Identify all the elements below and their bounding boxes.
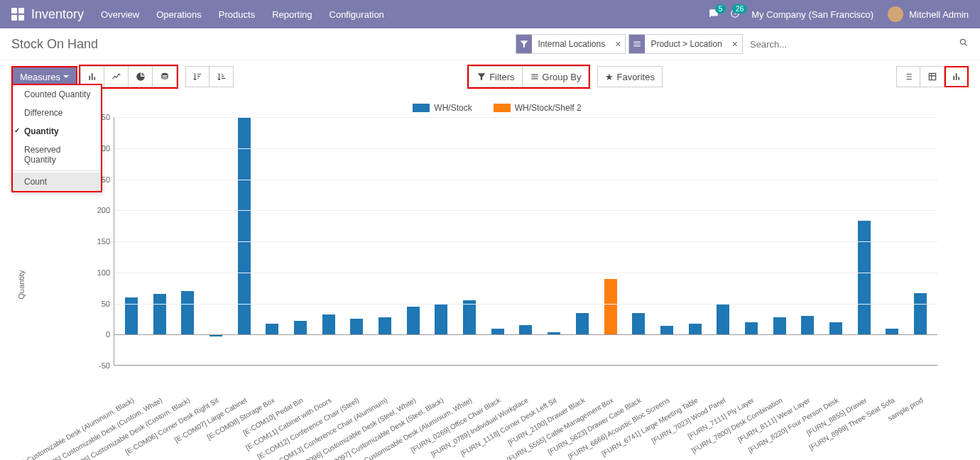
facet-remove-icon[interactable]: × bbox=[728, 38, 742, 50]
bar[interactable] bbox=[322, 314, 335, 334]
bar-slot bbox=[878, 117, 907, 334]
list-icon bbox=[629, 35, 645, 53]
favorites-label: Favorites bbox=[616, 72, 654, 82]
bar[interactable] bbox=[689, 324, 702, 334]
measure-item[interactable]: Difference bbox=[13, 104, 101, 122]
control-panel-bottom: Measures Filters Group By ★ Favorites bbox=[0, 60, 980, 96]
search-options-group: Filters Group By bbox=[467, 65, 590, 89]
bar[interactable] bbox=[181, 291, 194, 334]
bar[interactable] bbox=[435, 304, 447, 335]
menu-configuration[interactable]: Configuration bbox=[330, 9, 384, 20]
bar-slot bbox=[202, 117, 230, 334]
apps-icon[interactable] bbox=[11, 8, 24, 21]
filters-button[interactable]: Filters bbox=[469, 66, 522, 87]
graph-view-button[interactable] bbox=[944, 66, 969, 87]
measure-item[interactable]: Counted Quantity bbox=[13, 85, 101, 104]
bar[interactable] bbox=[576, 313, 589, 335]
search-input[interactable] bbox=[746, 34, 959, 54]
bars-container bbox=[114, 117, 937, 334]
favorites-button[interactable]: ★ Favorites bbox=[597, 66, 662, 87]
bar[interactable] bbox=[801, 316, 814, 334]
bar-slot bbox=[597, 117, 625, 334]
bar[interactable] bbox=[350, 319, 363, 334]
groupby-label: Group By bbox=[543, 72, 582, 82]
search-icon[interactable] bbox=[959, 38, 969, 50]
measures-label: Measures bbox=[20, 72, 60, 82]
bar[interactable] bbox=[153, 294, 166, 334]
bar[interactable] bbox=[379, 317, 391, 335]
legend-item[interactable]: WH/Stock bbox=[413, 103, 472, 113]
bar[interactable] bbox=[914, 293, 927, 335]
y-tick: 0 bbox=[106, 330, 110, 339]
bar[interactable] bbox=[604, 279, 617, 335]
bar-slot bbox=[822, 117, 850, 334]
bar-slot bbox=[146, 117, 174, 334]
bar-slot bbox=[794, 117, 822, 334]
bar[interactable] bbox=[829, 322, 842, 335]
bar-slot bbox=[653, 117, 681, 334]
list-view-button[interactable] bbox=[896, 66, 920, 87]
measures-dropdown: Counted Quantity Difference ✓Quantity Re… bbox=[11, 84, 102, 192]
menu-operations[interactable]: Operations bbox=[156, 9, 202, 20]
menu-overview[interactable]: Overview bbox=[101, 9, 139, 20]
page-title: Stock On Hand bbox=[11, 37, 98, 52]
bar[interactable] bbox=[773, 317, 786, 335]
stacked-button[interactable] bbox=[153, 66, 177, 87]
bar[interactable] bbox=[632, 313, 645, 335]
line-chart-button[interactable] bbox=[104, 66, 129, 87]
pie-chart-button[interactable] bbox=[129, 66, 153, 87]
search-facet-filter[interactable]: Internal Locations × bbox=[516, 34, 626, 54]
caret-down-icon bbox=[63, 75, 69, 78]
bar-slot bbox=[540, 117, 568, 334]
filters-label: Filters bbox=[489, 72, 514, 82]
bar-slot bbox=[737, 117, 766, 334]
bar-slot bbox=[173, 117, 202, 334]
bar[interactable] bbox=[745, 322, 758, 335]
bar[interactable] bbox=[238, 117, 251, 334]
bar[interactable] bbox=[886, 329, 898, 335]
y-tick: 150 bbox=[97, 237, 110, 246]
bar-slot bbox=[371, 117, 399, 334]
menu-reporting[interactable]: Reporting bbox=[272, 9, 312, 20]
bar-slot bbox=[681, 117, 709, 334]
bar[interactable] bbox=[717, 304, 729, 335]
measure-item[interactable]: Reserved Quantity bbox=[13, 141, 101, 169]
bar[interactable] bbox=[294, 321, 307, 334]
user-menu[interactable]: Mitchell Admin bbox=[909, 9, 969, 20]
groupby-button[interactable]: Group By bbox=[523, 66, 589, 87]
bar-slot bbox=[766, 117, 794, 334]
app-brand[interactable]: Inventory bbox=[31, 7, 84, 22]
menu-products[interactable]: Products bbox=[219, 9, 255, 20]
y-axis-label: Quantity bbox=[17, 270, 26, 300]
navbar: Inventory Overview Operations Products R… bbox=[0, 0, 980, 28]
bar-slot bbox=[455, 117, 484, 334]
facet-remove-icon[interactable]: × bbox=[611, 38, 625, 50]
legend-swatch bbox=[494, 104, 511, 112]
bar[interactable] bbox=[660, 326, 673, 334]
bar-slot bbox=[709, 117, 737, 334]
activities-icon[interactable]: 26 bbox=[730, 9, 740, 21]
messaging-icon[interactable]: 5 bbox=[709, 9, 719, 21]
search-facet-groupby[interactable]: Product > Location × bbox=[628, 34, 743, 54]
measure-item-count[interactable]: Count bbox=[13, 172, 101, 191]
measure-item-selected[interactable]: ✓Quantity bbox=[13, 122, 101, 141]
bar[interactable] bbox=[858, 221, 871, 334]
bar-slot bbox=[117, 117, 146, 334]
bar[interactable] bbox=[491, 329, 504, 335]
avatar[interactable] bbox=[888, 6, 903, 22]
bar[interactable] bbox=[407, 307, 420, 334]
y-tick: 200 bbox=[97, 206, 110, 214]
bar-slot bbox=[399, 117, 428, 334]
legend-item[interactable]: WH/Stock/Shelf 2 bbox=[494, 103, 582, 113]
bar[interactable] bbox=[266, 324, 278, 335]
view-switcher bbox=[896, 66, 969, 87]
company-selector[interactable]: My Company (San Francisco) bbox=[751, 9, 873, 20]
sort-asc-button[interactable] bbox=[209, 66, 234, 87]
bar-slot bbox=[512, 117, 540, 334]
bar[interactable] bbox=[463, 300, 476, 334]
bar-slot bbox=[428, 117, 456, 334]
pivot-view-button[interactable] bbox=[920, 66, 944, 87]
sort-desc-button[interactable] bbox=[185, 66, 209, 87]
divider bbox=[13, 170, 101, 171]
bar[interactable] bbox=[519, 325, 532, 334]
